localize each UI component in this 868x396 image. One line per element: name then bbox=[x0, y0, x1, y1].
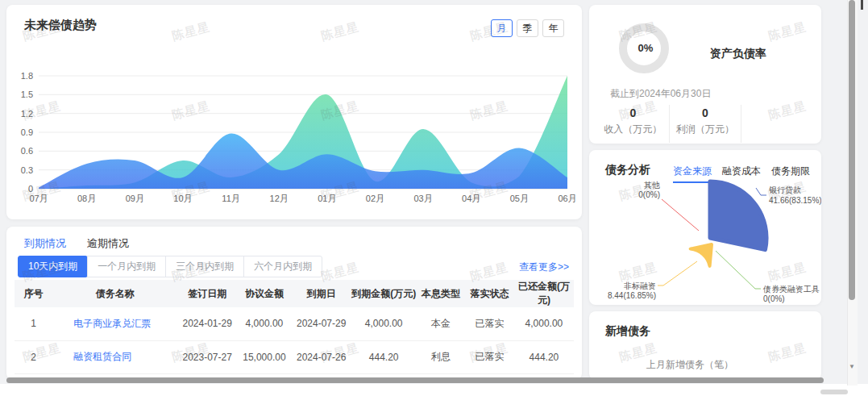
period-tabs: 月 季 年 bbox=[491, 19, 564, 37]
svg-text:03月: 03月 bbox=[413, 194, 432, 203]
svg-text:11月: 11月 bbox=[222, 194, 239, 203]
newdebt-card-title: 新增债务 bbox=[605, 324, 650, 339]
bottom-gutter bbox=[0, 384, 868, 396]
table-cell: 融资租赁合同 bbox=[52, 340, 177, 373]
debt-name-link[interactable]: 电子商业承兑汇票 bbox=[73, 318, 151, 329]
table-header-cell: 落实状态 bbox=[465, 280, 514, 307]
pie-label-name-bank-loan: 银行贷款 bbox=[769, 185, 801, 194]
stat-profit-value: 0 bbox=[670, 106, 741, 119]
table-cell: 444.20 bbox=[351, 340, 417, 373]
newdebt-card: 新增债务 上月新增债务（笔） bbox=[589, 311, 821, 380]
pie-label-line-other bbox=[662, 199, 699, 231]
dashboard-viewport: 未来偿债趋势 月 季 年 00.30.60.91.21.51.807月08月09… bbox=[0, 0, 868, 396]
filter-3months[interactable]: 三个月内到期 bbox=[165, 256, 244, 277]
ratio-card-title: 资产负债率 bbox=[710, 47, 766, 61]
maturity-card: 到期情况 逾期情况 10天内到期 一个月内到期 三个月内到期 六个月内到期 查看… bbox=[6, 227, 582, 380]
table-cell: 4,000.00 bbox=[514, 307, 574, 340]
svg-text:06月: 06月 bbox=[558, 194, 576, 203]
trend-card-title: 未来偿债趋势 bbox=[24, 18, 97, 33]
table-header-cell: 签订日期 bbox=[177, 280, 237, 307]
svg-text:01月: 01月 bbox=[318, 194, 336, 203]
vertical-scrollbar-thumb[interactable] bbox=[849, 0, 855, 300]
table-cell: 15,000.00 bbox=[237, 340, 291, 373]
period-tab-quarter[interactable]: 季 bbox=[517, 19, 538, 37]
svg-text:10月: 10月 bbox=[173, 194, 192, 203]
table-header-row: 序号债务名称签订日期协议金额到期日到期金额(万元)本息类型落实状态已还金额(万元… bbox=[15, 280, 574, 307]
svg-text:1.5: 1.5 bbox=[21, 90, 33, 99]
stat-profit-label: 利润（万元） bbox=[670, 123, 741, 136]
stat-income: 0 收入（万元） bbox=[597, 105, 670, 143]
ratio-stats-row: 0 收入（万元） 0 利润（万元） bbox=[597, 105, 813, 143]
svg-text:02月: 02月 bbox=[366, 194, 384, 203]
as-of-date: 截止到2024年06月30日 bbox=[610, 87, 711, 101]
svg-text:0.6: 0.6 bbox=[21, 146, 33, 156]
table-cell: 2024-07-29 bbox=[292, 307, 351, 340]
filter-1month[interactable]: 一个月内到期 bbox=[87, 256, 166, 277]
scrollbar-corner-fragment bbox=[820, 390, 848, 394]
period-tab-year[interactable]: 年 bbox=[542, 19, 564, 37]
trend-area-chart: 00.30.60.91.21.51.807月08月09月10月11月12月01月… bbox=[11, 68, 577, 211]
pie-label-name-other: 其他 bbox=[644, 181, 660, 190]
svg-text:08月: 08月 bbox=[77, 194, 96, 203]
table-cell: 4,000.00 bbox=[351, 307, 417, 340]
table-header-cell: 债务名称 bbox=[52, 280, 177, 307]
svg-text:04月: 04月 bbox=[462, 194, 480, 203]
svg-text:07月: 07月 bbox=[29, 194, 48, 203]
pie-label-value-bank-loan: 41.66(83.15%) bbox=[769, 196, 821, 205]
table-cell: 1 bbox=[15, 307, 52, 340]
svg-text:1.2: 1.2 bbox=[21, 109, 33, 119]
maturity-tabs: 到期情况 逾期情况 bbox=[24, 236, 129, 258]
tab-overdue-status[interactable]: 逾期情况 bbox=[87, 236, 129, 258]
horizontal-scrollbar-thumb[interactable] bbox=[6, 377, 824, 383]
svg-text:05月: 05月 bbox=[510, 194, 529, 203]
analysis-card: 债务分析 资金来源 融资成本 债务期限 银行贷款41.66(83.15%)非标融… bbox=[589, 150, 821, 305]
window-edge-mark bbox=[861, 0, 863, 10]
table-cell: 444.20 bbox=[514, 340, 574, 373]
table-row: 2融资租赁合同2023-07-2715,000.002024-07-26444.… bbox=[15, 340, 574, 373]
maturity-filter-group: 10天内到期 一个月内到期 三个月内到期 六个月内到期 bbox=[18, 256, 322, 277]
stat-income-value: 0 bbox=[597, 106, 669, 119]
pie-label-name-nonstandard: 非标融资 bbox=[624, 281, 656, 290]
ratio-gauge-value: 0% bbox=[629, 42, 662, 54]
table-cell: 2024-01-29 bbox=[177, 307, 237, 340]
table-header-cell: 到期金额(万元) bbox=[351, 280, 417, 307]
table-row: 1电子商业承兑汇票2024-01-294,000.002024-07-294,0… bbox=[15, 307, 574, 340]
view-more-link[interactable]: 查看更多>> bbox=[519, 261, 569, 274]
svg-text:12月: 12月 bbox=[270, 194, 289, 203]
table-cell: 4,000.00 bbox=[237, 307, 291, 340]
table-cell: 本金 bbox=[417, 307, 466, 340]
svg-text:09月: 09月 bbox=[126, 194, 144, 203]
stat-profit: 0 利润（万元） bbox=[670, 105, 742, 143]
table-cell: 2 bbox=[15, 340, 52, 373]
newdebt-metric-label: 上月新增债务（笔） bbox=[589, 358, 791, 372]
table-header-cell: 协议金额 bbox=[237, 280, 291, 307]
pie-label-value-bond: 0(0%) bbox=[763, 294, 785, 303]
pie-sector-nonstandard[interactable] bbox=[691, 244, 712, 266]
filter-10days[interactable]: 10天内到期 bbox=[18, 256, 88, 277]
stat-income-label: 收入（万元） bbox=[597, 123, 669, 136]
svg-text:0.9: 0.9 bbox=[21, 127, 33, 137]
maturity-table: 序号债务名称签订日期协议金额到期日到期金额(万元)本息类型落实状态已还金额(万元… bbox=[15, 280, 574, 374]
maturity-table-wrap: 序号债务名称签订日期协议金额到期日到期金额(万元)本息类型落实状态已还金额(万元… bbox=[15, 280, 574, 374]
period-tab-month[interactable]: 月 bbox=[491, 19, 513, 37]
svg-text:0.3: 0.3 bbox=[21, 165, 33, 175]
debt-rose-pie-chart: 银行贷款41.66(83.15%)非标融资8.44(16.85%)其他0(0%)… bbox=[589, 174, 821, 305]
scroll-down-arrow-icon[interactable]: ▼ bbox=[849, 363, 855, 370]
stat-empty bbox=[741, 105, 813, 143]
table-header-cell: 序号 bbox=[15, 280, 52, 307]
tab-maturity-status[interactable]: 到期情况 bbox=[24, 236, 66, 258]
pie-label-name-bond: 债券类融资工具 bbox=[762, 285, 820, 294]
debt-name-link[interactable]: 融资租赁合同 bbox=[73, 351, 131, 362]
table-cell: 已落实 bbox=[465, 307, 514, 340]
table-cell: 2024-07-26 bbox=[292, 340, 351, 373]
filter-6months[interactable]: 六个月内到期 bbox=[243, 256, 322, 277]
table-header-cell: 已还金额(万元) bbox=[514, 280, 574, 307]
table-header-cell: 本息类型 bbox=[417, 280, 466, 307]
svg-text:1.8: 1.8 bbox=[21, 71, 33, 81]
table-cell: 2023-07-27 bbox=[177, 340, 237, 373]
table-cell: 电子商业承兑汇票 bbox=[52, 307, 177, 340]
pie-label-line-bond bbox=[716, 251, 761, 289]
table-header-cell: 到期日 bbox=[292, 280, 351, 307]
table-cell: 已落实 bbox=[465, 340, 514, 373]
pie-label-line-bank-loan bbox=[756, 188, 766, 195]
